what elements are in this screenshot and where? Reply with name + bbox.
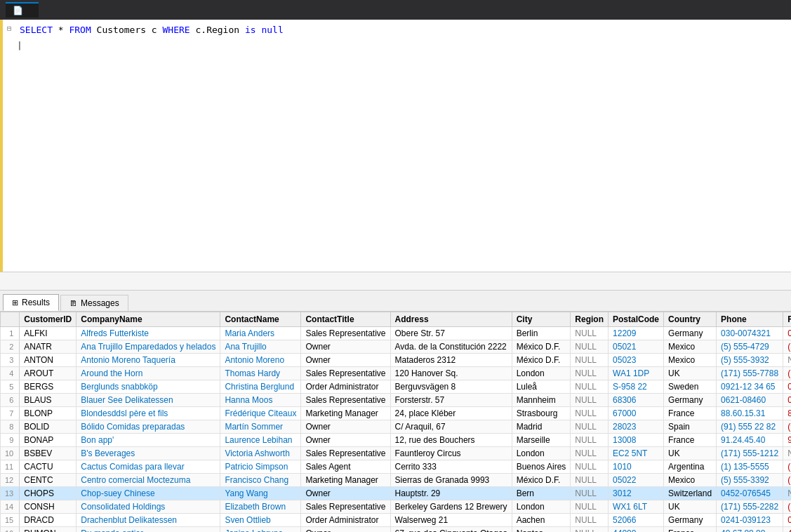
col-fax: Fax <box>783 312 791 327</box>
results-tab-label: Results <box>22 298 50 307</box>
col-phone: Phone <box>717 312 783 327</box>
table-body: 1ALFKIAlfreds FutterkisteMaria AndersSal… <box>1 327 792 533</box>
table-row[interactable]: 15DRACDDrachenblut DelikatessenSven Ottl… <box>1 514 792 527</box>
table-header-row: CustomerID CompanyName ContactName Conta… <box>1 312 792 327</box>
editor-area[interactable]: ⊟ SELECT * FROM Customers c WHERE c.Regi… <box>0 20 791 272</box>
results-table: CustomerID CompanyName ContactName Conta… <box>0 312 791 532</box>
tab-results[interactable]: ⊞ Results <box>3 294 59 311</box>
messages-icon: 🖹 <box>69 299 77 307</box>
results-container[interactable]: CustomerID CompanyName ContactName Conta… <box>0 312 791 532</box>
col-contactname: ContactName <box>220 312 301 327</box>
col-address: Address <box>390 312 512 327</box>
col-country: Country <box>664 312 717 327</box>
table-row[interactable]: 10BSBEVB's BeveragesVictoria AshworthSal… <box>1 447 792 460</box>
results-grid-icon: ⊞ <box>12 298 18 307</box>
table-row[interactable]: 5BERGSBerglunds snabbköpChristina Berglu… <box>1 380 792 394</box>
table-row[interactable]: 12CENTCCentro comercial MoctezumaFrancis… <box>1 474 792 487</box>
tab-messages[interactable]: 🖹 Messages <box>60 295 128 311</box>
table-row[interactable]: 13CHOPSChop-suey ChineseYang WangOwnerHa… <box>1 487 792 500</box>
table-row[interactable]: 11CACTUCactus Comidas para llevarPatrici… <box>1 460 792 474</box>
table-row[interactable]: 14CONSHConsolidated HoldingsElizabeth Br… <box>1 500 792 514</box>
table-row[interactable]: 2ANATRAna Trujillo Emparedados y helados… <box>1 340 792 354</box>
col-rownum <box>1 312 20 327</box>
table-row[interactable]: 16DUMONDu monde entierJanine LabruneOwne… <box>1 527 792 533</box>
col-city: City <box>512 312 571 327</box>
result-tabs: ⊞ Results 🖹 Messages <box>0 291 791 312</box>
col-contacttitle: ContactTitle <box>301 312 390 327</box>
table-row[interactable]: 6BLAUSBlauer See DelikatessenHanna MoosS… <box>1 394 792 407</box>
title-bar: 📄 <box>0 0 791 20</box>
messages-tab-label: Messages <box>81 298 119 308</box>
col-customerid: CustomerID <box>20 312 77 327</box>
collapse-icon: ⊟ <box>7 23 15 35</box>
table-row[interactable]: 4AROUTAround the HornThomas HardySales R… <box>1 367 792 380</box>
col-companyname: CompanyName <box>77 312 220 327</box>
table-row[interactable]: 1ALFKIAlfreds FutterkisteMaria AndersSal… <box>1 327 792 340</box>
table-row[interactable]: 9BONAPBon app'Laurence LebihanOwner12, r… <box>1 434 792 447</box>
col-postalcode: PostalCode <box>609 312 664 327</box>
table-row[interactable]: 7BLONPBlondesddsl père et filsFrédérique… <box>1 407 792 420</box>
query-file-icon: 📄 <box>13 6 23 15</box>
zoom-bar <box>0 272 791 291</box>
table-row[interactable]: 8BOLIDBólido Comidas preparadasMartín So… <box>1 420 792 434</box>
query-tab[interactable]: 📄 <box>6 2 39 18</box>
col-region: Region <box>571 312 609 327</box>
table-row[interactable]: 3ANTONAntonio Moreno TaqueríaAntonio Mor… <box>1 354 792 367</box>
